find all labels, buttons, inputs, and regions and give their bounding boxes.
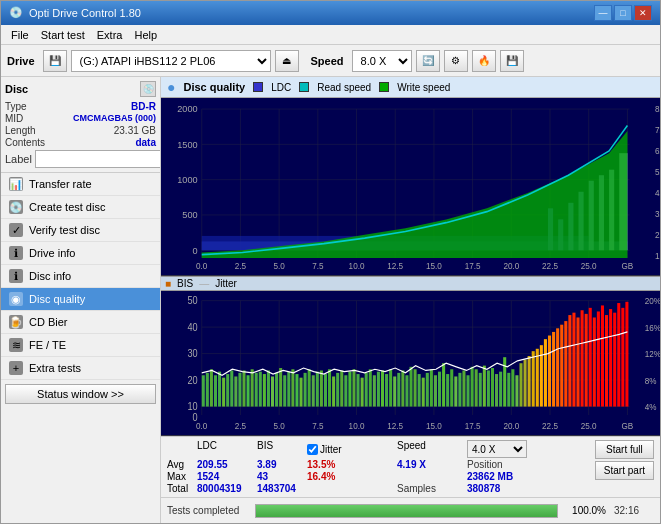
svg-text:20.0: 20.0 bbox=[503, 261, 519, 271]
drive-label: Drive bbox=[7, 55, 35, 67]
menu-file[interactable]: File bbox=[5, 28, 35, 42]
svg-text:1500: 1500 bbox=[177, 138, 197, 149]
svg-rect-134 bbox=[454, 376, 457, 406]
nav-extra-tests[interactable]: + Extra tests bbox=[1, 357, 160, 380]
svg-text:12.5: 12.5 bbox=[387, 261, 403, 271]
save-button[interactable]: 💾 bbox=[500, 50, 524, 72]
svg-rect-118 bbox=[389, 369, 392, 406]
avg-row: Avg 209.55 3.89 13.5% 4.19 X Position bbox=[167, 459, 591, 470]
svg-rect-167 bbox=[589, 307, 592, 406]
svg-rect-88 bbox=[267, 370, 270, 406]
svg-rect-165 bbox=[581, 310, 584, 406]
svg-rect-94 bbox=[291, 369, 294, 406]
fe-te-icon: ≋ bbox=[9, 338, 23, 352]
stat-h-ldc: LDC bbox=[197, 440, 257, 458]
status-window-button[interactable]: Status window >> bbox=[5, 384, 156, 404]
svg-rect-129 bbox=[434, 375, 437, 406]
svg-rect-130 bbox=[438, 371, 441, 406]
svg-rect-152 bbox=[528, 356, 531, 407]
ldc-legend-color bbox=[253, 82, 263, 92]
nav-verify-test-disc[interactable]: ✓ Verify test disc bbox=[1, 219, 160, 242]
nav-drive-info[interactable]: ℹ Drive info bbox=[1, 242, 160, 265]
app-icon: 💿 bbox=[9, 6, 23, 20]
nav-fe-te[interactable]: ≋ FE / TE bbox=[1, 334, 160, 357]
title-bar: 💿 Opti Drive Control 1.80 — □ ✕ bbox=[1, 1, 660, 25]
svg-rect-112 bbox=[365, 372, 368, 406]
svg-rect-163 bbox=[572, 312, 575, 406]
svg-rect-123 bbox=[409, 366, 412, 406]
settings-button[interactable]: ⚙ bbox=[444, 50, 468, 72]
eject-button[interactable]: ⏏ bbox=[275, 50, 299, 72]
length-value: 23.31 GB bbox=[114, 125, 156, 136]
svg-rect-137 bbox=[467, 375, 470, 406]
nav-transfer-rate[interactable]: 📊 Transfer rate bbox=[1, 173, 160, 196]
start-part-button[interactable]: Start part bbox=[595, 461, 654, 480]
total-row: Total 80004319 1483704 Samples 380878 bbox=[167, 483, 591, 494]
drive-combo[interactable]: (G:) ATAPI iHBS112 2 PL06 bbox=[71, 50, 271, 72]
menu-start-test[interactable]: Start test bbox=[35, 28, 91, 42]
bis-icon: ■ bbox=[165, 278, 171, 289]
svg-text:7.5: 7.5 bbox=[312, 420, 323, 431]
stats-row: LDC BIS Jitter Speed 4.0 X bbox=[167, 440, 654, 494]
svg-rect-172 bbox=[609, 309, 612, 407]
menu-help[interactable]: Help bbox=[128, 28, 163, 42]
label-input[interactable] bbox=[35, 150, 161, 168]
svg-rect-150 bbox=[519, 363, 522, 406]
label-label: Label bbox=[5, 153, 32, 165]
svg-rect-166 bbox=[585, 313, 588, 406]
svg-rect-99 bbox=[312, 375, 315, 406]
svg-text:7.5: 7.5 bbox=[312, 261, 324, 271]
svg-rect-78 bbox=[226, 374, 229, 407]
svg-rect-148 bbox=[511, 369, 514, 406]
disc-section: Disc 💿 Type BD-R MID CMCMAGBA5 (000) Len… bbox=[1, 77, 160, 173]
position-value: 23862 MB bbox=[467, 471, 537, 482]
nav-cd-bier[interactable]: 🍺 CD Bier bbox=[1, 311, 160, 334]
nav-disc-quality[interactable]: ◉ Disc quality bbox=[1, 288, 160, 311]
dq-title: Disc quality bbox=[183, 81, 245, 93]
stat-h-bis: BIS bbox=[257, 440, 307, 458]
svg-rect-79 bbox=[230, 370, 233, 406]
svg-rect-139 bbox=[475, 369, 478, 406]
upper-chart-svg: 2000 1500 1000 500 0 0.0 2.5 5.0 7.5 10.… bbox=[161, 98, 660, 275]
svg-rect-175 bbox=[621, 307, 624, 406]
disc-icon-button[interactable]: 💿 bbox=[140, 81, 156, 97]
svg-rect-85 bbox=[255, 372, 258, 406]
close-button[interactable]: ✕ bbox=[634, 5, 652, 21]
stats-panel: LDC BIS Jitter Speed 4.0 X bbox=[161, 436, 660, 497]
svg-rect-168 bbox=[593, 317, 596, 406]
burn-button[interactable]: 🔥 bbox=[472, 50, 496, 72]
max-row: Max 1524 43 16.4% 23862 MB bbox=[167, 471, 591, 482]
nav-create-test-disc[interactable]: 💿 Create test disc bbox=[1, 196, 160, 219]
drive-icon-button[interactable]: 💾 bbox=[43, 50, 67, 72]
minimize-button[interactable]: — bbox=[594, 5, 612, 21]
nav-disc-info[interactable]: ℹ Disc info bbox=[1, 265, 160, 288]
svg-rect-86 bbox=[259, 371, 262, 406]
write-legend-color bbox=[379, 82, 389, 92]
svg-text:4%: 4% bbox=[645, 401, 657, 412]
svg-rect-173 bbox=[613, 312, 616, 406]
svg-text:15.0: 15.0 bbox=[426, 261, 442, 271]
main-content: Disc 💿 Type BD-R MID CMCMAGBA5 (000) Len… bbox=[1, 77, 660, 523]
svg-rect-107 bbox=[344, 375, 347, 406]
menu-extra[interactable]: Extra bbox=[91, 28, 129, 42]
refresh-button[interactable]: 🔄 bbox=[416, 50, 440, 72]
svg-text:0.0: 0.0 bbox=[196, 261, 208, 271]
svg-rect-96 bbox=[299, 377, 302, 406]
type-value: BD-R bbox=[131, 101, 156, 112]
nav-items: 📊 Transfer rate 💿 Create test disc ✓ Ver… bbox=[1, 173, 160, 380]
maximize-button[interactable]: □ bbox=[614, 5, 632, 21]
progress-bar-container bbox=[255, 504, 558, 518]
speed-combo[interactable]: 8.0 X bbox=[352, 50, 412, 72]
svg-rect-120 bbox=[397, 372, 400, 406]
nav-transfer-rate-label: Transfer rate bbox=[29, 178, 92, 190]
avg-label: Avg bbox=[167, 459, 197, 470]
svg-text:GB: GB bbox=[622, 261, 634, 271]
svg-rect-110 bbox=[357, 374, 360, 407]
start-full-button[interactable]: Start full bbox=[595, 440, 654, 459]
type-label: Type bbox=[5, 101, 27, 112]
jitter-checkbox[interactable] bbox=[307, 444, 318, 455]
svg-rect-141 bbox=[483, 365, 486, 406]
svg-rect-121 bbox=[401, 370, 404, 406]
speed-select[interactable]: 4.0 X bbox=[467, 440, 527, 458]
title-bar-left: 💿 Opti Drive Control 1.80 bbox=[9, 6, 141, 20]
